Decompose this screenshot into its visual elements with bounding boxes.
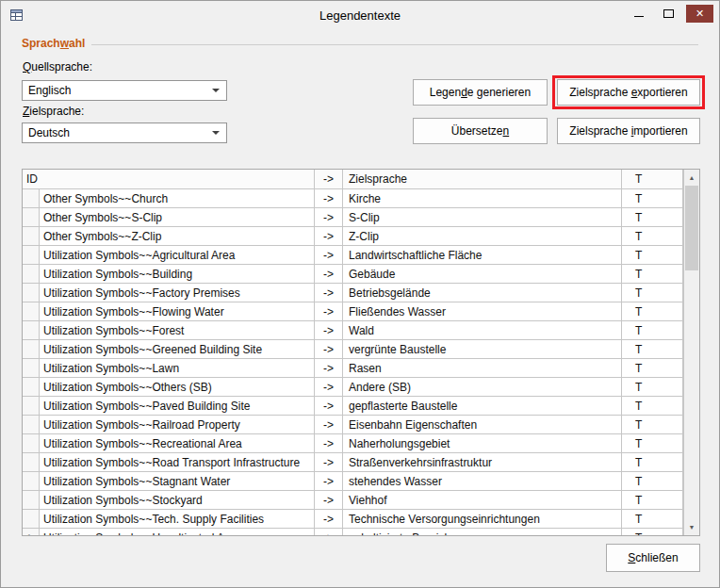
import-target-language-button[interactable]: Zielsprache importieren (557, 118, 700, 144)
arrow-cell[interactable]: -> (315, 227, 343, 246)
id-cell[interactable]: Utilization Symbols~~Paved Building Site (40, 397, 315, 416)
table-row[interactable]: Utilization Symbols~~Lawn->RasenT (23, 359, 683, 378)
target-text-cell[interactable]: Z-Clip (343, 227, 622, 246)
row-selector-cell[interactable] (23, 453, 40, 472)
row-selector-cell[interactable] (23, 491, 40, 510)
translate-flag-cell[interactable]: T (622, 189, 683, 208)
id-cell[interactable]: Utilization Symbols~~Building (40, 265, 315, 284)
arrow-cell[interactable]: -> (315, 359, 343, 378)
table-row[interactable]: Utilization Symbols~~Tech. Supply Facili… (23, 510, 683, 529)
arrow-cell[interactable]: -> (315, 265, 343, 284)
id-cell[interactable]: Utilization Symbols~~Forest (40, 321, 315, 340)
translate-flag-cell[interactable]: T (622, 472, 683, 491)
close-button[interactable]: ✕ (686, 5, 713, 23)
column-header-target[interactable]: Zielsprache (343, 170, 622, 189)
close-dialog-button[interactable]: Schließen (606, 544, 700, 572)
arrow-cell[interactable]: -> (315, 397, 343, 416)
translate-flag-cell[interactable]: T (622, 529, 683, 535)
table-row[interactable]: Utilization Symbols~~Recreational Area->… (23, 434, 683, 453)
table-row[interactable]: Utilization Symbols~~Paved Building Site… (23, 397, 683, 416)
translate-flag-cell[interactable]: T (622, 491, 683, 510)
translate-button[interactable]: Übersetzen (413, 118, 548, 144)
id-cell[interactable]: Utilization Symbols~~Agricultural Area (40, 246, 315, 265)
target-text-cell[interactable]: S-Clip (343, 208, 622, 227)
row-selector-cell[interactable] (23, 246, 40, 265)
row-selector-cell[interactable] (23, 208, 40, 227)
table-row[interactable]: Other Symbols~~Z-Clip->Z-ClipT (23, 227, 683, 246)
translate-flag-cell[interactable]: T (622, 246, 683, 265)
translate-flag-cell[interactable]: T (622, 397, 683, 416)
table-row[interactable]: ▸✎Utilization Symbols~~Uncultivated Area… (23, 529, 683, 535)
arrow-cell[interactable]: -> (315, 321, 343, 340)
scroll-up-icon[interactable]: ▲ (684, 170, 699, 186)
table-row[interactable]: Utilization Symbols~~Flowing Water->Flie… (23, 302, 683, 321)
target-text-cell[interactable]: Fließendes Wasser (343, 302, 622, 321)
arrow-cell[interactable]: -> (315, 302, 343, 321)
row-selector-cell[interactable] (23, 321, 40, 340)
table-row[interactable]: Utilization Symbols~~Factory Premises->B… (23, 284, 683, 302)
arrow-cell[interactable]: -> (315, 529, 343, 535)
arrow-cell[interactable]: -> (315, 340, 343, 359)
row-selector-cell[interactable] (23, 397, 40, 416)
arrow-cell[interactable]: -> (315, 510, 343, 529)
column-header-arrow[interactable]: -> (315, 170, 343, 189)
scroll-down-icon[interactable]: ▼ (684, 519, 699, 535)
arrow-cell[interactable]: -> (315, 189, 343, 208)
arrow-cell[interactable]: -> (315, 208, 343, 227)
export-target-language-button[interactable]: Zielsprache exportieren (557, 79, 700, 106)
target-text-cell[interactable]: unkultivierte Bereiche (343, 529, 622, 535)
row-selector-cell[interactable] (23, 472, 40, 491)
id-cell[interactable]: Other Symbols~~Church (40, 189, 315, 208)
row-selector-cell[interactable] (23, 227, 40, 246)
table-row[interactable]: Other Symbols~~Church->KircheT (23, 189, 683, 208)
target-text-cell[interactable]: Gebäude (343, 265, 622, 284)
id-cell[interactable]: Utilization Symbols~~Stagnant Water (40, 472, 315, 491)
target-text-cell[interactable]: stehendes Wasser (343, 472, 622, 491)
vertical-scrollbar[interactable]: ▲ ▼ (683, 170, 699, 535)
scroll-thumb[interactable] (685, 186, 698, 270)
translate-flag-cell[interactable]: T (622, 378, 683, 397)
maximize-button[interactable] (656, 5, 681, 23)
target-text-cell[interactable]: Kirche (343, 189, 622, 208)
table-row[interactable]: Utilization Symbols~~Railroad Property->… (23, 416, 683, 434)
target-text-cell[interactable]: Wald (343, 321, 622, 340)
id-cell[interactable]: Utilization Symbols~~Railroad Property (40, 416, 315, 434)
table-row[interactable]: Utilization Symbols~~Stockyard->ViehhofT (23, 491, 683, 510)
id-cell[interactable]: Other Symbols~~Z-Clip (40, 227, 315, 246)
table-row[interactable]: Utilization Symbols~~Forest->WaldT (23, 321, 683, 340)
row-selector-cell[interactable] (23, 302, 40, 321)
row-selector-cell[interactable] (23, 416, 40, 434)
row-selector-cell[interactable] (23, 284, 40, 302)
translate-flag-cell[interactable]: T (622, 416, 683, 434)
id-cell[interactable]: Utilization Symbols~~Uncultivated Area (40, 529, 315, 535)
arrow-cell[interactable]: -> (315, 416, 343, 434)
translate-flag-cell[interactable]: T (622, 265, 683, 284)
row-selector-cell[interactable] (23, 510, 40, 529)
minimize-button[interactable] (626, 5, 651, 23)
target-text-cell[interactable]: Landwirtschaftliche Fläche (343, 246, 622, 265)
target-text-cell[interactable]: Viehhof (343, 491, 622, 510)
id-cell[interactable]: Utilization Symbols~~Factory Premises (40, 284, 315, 302)
target-text-cell[interactable]: Betriebsgelände (343, 284, 622, 302)
row-selector-cell[interactable] (23, 359, 40, 378)
table-row[interactable]: Utilization Symbols~~Agricultural Area->… (23, 246, 683, 265)
id-cell[interactable]: Utilization Symbols~~Others (SB) (40, 378, 315, 397)
target-text-cell[interactable]: vergrünte Baustelle (343, 340, 622, 359)
table-row[interactable]: Utilization Symbols~~Greened Building Si… (23, 340, 683, 359)
row-selector-cell[interactable] (23, 378, 40, 397)
row-selector-cell[interactable] (23, 265, 40, 284)
target-text-cell[interactable]: Naherholungsgebiet (343, 434, 622, 453)
row-selector-cell[interactable] (23, 189, 40, 208)
translate-flag-cell[interactable]: T (622, 340, 683, 359)
translate-flag-cell[interactable]: T (622, 321, 683, 340)
translate-flag-cell[interactable]: T (622, 510, 683, 529)
id-cell[interactable]: Utilization Symbols~~Stockyard (40, 491, 315, 510)
generate-legend-button[interactable]: Legende generieren (413, 79, 548, 106)
translate-flag-cell[interactable]: T (622, 284, 683, 302)
target-language-select[interactable]: Deutsch (22, 122, 227, 143)
translate-flag-cell[interactable]: T (622, 359, 683, 378)
table-row[interactable]: Utilization Symbols~~Road Transport Infr… (23, 453, 683, 472)
row-selector-cell[interactable] (23, 340, 40, 359)
arrow-cell[interactable]: -> (315, 246, 343, 265)
id-cell[interactable]: Utilization Symbols~~Flowing Water (40, 302, 315, 321)
